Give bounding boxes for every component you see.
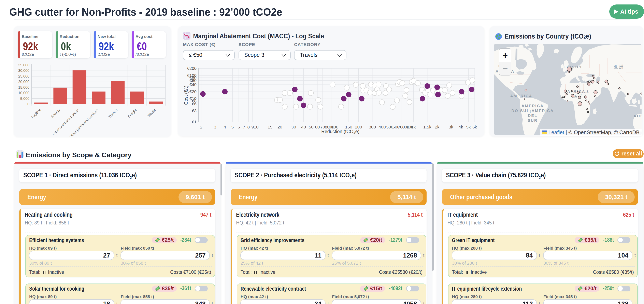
svg-text:Waste: Waste: [147, 108, 156, 118]
svg-text:60: 60: [315, 125, 320, 129]
svg-text:AMÉRICA: AMÉRICA: [510, 94, 532, 98]
svg-text:4: 4: [224, 125, 226, 129]
svg-text:0: 0: [28, 102, 30, 106]
svg-text:2: 2: [200, 125, 202, 129]
svg-text:DEL: DEL: [528, 113, 538, 118]
svg-text:€40: €40: [190, 82, 196, 87]
svg-text:EUROPE: EUROPE: [564, 65, 583, 69]
svg-text:亚洲: 亚洲: [614, 64, 624, 69]
svg-text:SUR: SUR: [528, 118, 538, 123]
svg-text:2k: 2k: [435, 125, 440, 129]
svg-text:€3: €3: [192, 108, 196, 113]
svg-text:1.5k: 1.5k: [423, 125, 432, 129]
svg-text:9: 9: [251, 125, 254, 129]
svg-text:€1: €1: [192, 120, 196, 124]
svg-text:5: 5: [231, 125, 234, 129]
svg-text:€20: €20: [190, 89, 196, 94]
svg-text:DO SUL;AMÉRICA: DO SUL;AMÉRICA: [512, 109, 554, 113]
svg-text:AUS: AUS: [634, 114, 642, 118]
svg-text:7: 7: [243, 125, 245, 129]
svg-text:15: 15: [268, 125, 272, 129]
svg-text:30: 30: [291, 125, 296, 129]
svg-text:15,000: 15,000: [18, 85, 30, 90]
svg-text:100: 100: [331, 125, 338, 129]
svg-text:Fugitive: Fugitive: [30, 108, 42, 119]
svg-text:20: 20: [278, 125, 282, 129]
svg-text:€100: €100: [187, 73, 196, 78]
svg-text:4k: 4k: [458, 125, 463, 129]
svg-text:Travels: Travels: [108, 108, 118, 119]
svg-text:25,000: 25,000: [18, 74, 30, 78]
svg-text:5,000: 5,000: [20, 97, 30, 101]
svg-text:AMÉRICA: AMÉRICA: [522, 104, 544, 108]
svg-text:40: 40: [301, 125, 306, 129]
svg-text:Reduction (tCO₂e): Reduction (tCO₂e): [321, 129, 360, 134]
svg-text:200: 200: [355, 125, 362, 129]
svg-text:Freight: Freight: [127, 108, 138, 118]
svg-text:€10: €10: [190, 96, 196, 101]
svg-text:€200: €200: [187, 66, 196, 71]
svg-text:70: 70: [320, 125, 325, 129]
svg-text:10,000: 10,000: [18, 91, 30, 95]
svg-text:400: 400: [379, 125, 386, 129]
svg-text:8: 8: [248, 125, 250, 129]
svg-text:3: 3: [214, 125, 216, 129]
svg-text:3k: 3k: [449, 125, 453, 129]
svg-text:50: 50: [309, 125, 314, 129]
svg-text:1k: 1k: [411, 125, 416, 129]
svg-text:Cost (€/t): Cost (€/t): [183, 86, 189, 105]
svg-text:30,000: 30,000: [18, 69, 30, 73]
svg-text:5k: 5k: [466, 125, 471, 129]
svg-text:Energy: Energy: [50, 108, 61, 119]
svg-text:35,000: 35,000: [18, 63, 30, 67]
svg-text:6k: 6k: [472, 125, 477, 129]
svg-text:6: 6: [238, 125, 240, 129]
svg-text:150: 150: [345, 125, 352, 129]
svg-text:20,000: 20,000: [18, 80, 30, 84]
svg-text:10: 10: [254, 125, 258, 129]
svg-text:300: 300: [369, 125, 376, 129]
